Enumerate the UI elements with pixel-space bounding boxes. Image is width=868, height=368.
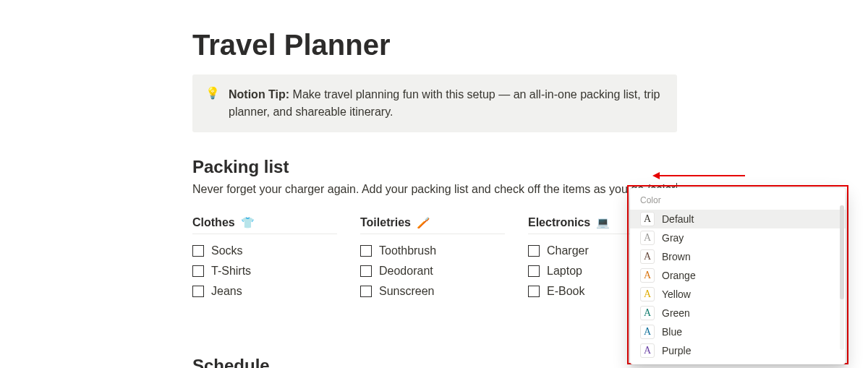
color-swatch-icon: A <box>640 287 655 301</box>
column-clothes: Clothes 👕 Socks T-Shirts Jeans <box>192 216 360 305</box>
color-option-label: Orange <box>662 268 696 283</box>
color-option-label: Default <box>662 212 694 226</box>
color-option-label: Blue <box>662 325 682 339</box>
checkbox[interactable] <box>360 245 372 257</box>
color-option-label: Gray <box>662 231 684 245</box>
packing-heading[interactable]: Packing list <box>192 157 868 177</box>
todo-item[interactable]: Jeans <box>192 285 360 298</box>
color-menu: Color A Default A Gray A Brown A Orange … <box>630 188 846 364</box>
checkbox[interactable] <box>528 245 540 257</box>
color-option-gray[interactable]: A Gray <box>630 228 846 247</box>
color-swatch-icon: A <box>640 231 655 245</box>
column-heading-toiletries[interactable]: Toiletries 🪥 <box>360 216 505 234</box>
todo-label: Laptop <box>547 265 582 278</box>
todo-item[interactable]: T-Shirts <box>192 265 360 278</box>
todo-label: Socks <box>211 244 243 257</box>
todo-item[interactable]: Sunscreen <box>360 285 528 298</box>
color-swatch-icon: A <box>640 306 655 320</box>
scrollbar-thumb[interactable] <box>840 205 844 299</box>
todo-label: Toothbrush <box>379 244 436 257</box>
annotation-arrow <box>658 175 745 176</box>
color-option-label: Purple <box>662 343 691 358</box>
checkbox[interactable] <box>192 265 204 277</box>
laptop-icon: 💻 <box>596 216 610 229</box>
color-option-label: Green <box>662 306 690 320</box>
column-title: Toiletries <box>360 216 411 229</box>
callout-body: Make travel planning fun with this setup… <box>229 88 660 118</box>
column-title: Clothes <box>192 216 235 229</box>
column-title: Electronics <box>528 216 590 229</box>
checkbox[interactable] <box>528 286 540 297</box>
checkbox[interactable] <box>360 265 372 277</box>
page-title[interactable]: Travel Planner <box>192 29 868 61</box>
callout[interactable]: 💡 Notion Tip: Make travel planning fun w… <box>192 74 677 132</box>
color-swatch-icon: A <box>640 268 655 283</box>
column-heading-clothes[interactable]: Clothes 👕 <box>192 216 337 234</box>
color-option-brown[interactable]: A Brown <box>630 247 846 266</box>
menu-scrollbar[interactable] <box>840 205 844 350</box>
lightbulb-icon: 💡 <box>205 87 220 99</box>
checkbox[interactable] <box>192 286 204 297</box>
color-option-label: Brown <box>662 249 691 264</box>
tshirt-icon: 👕 <box>241 216 255 229</box>
color-option-blue[interactable]: A Blue <box>630 322 846 341</box>
color-option-purple[interactable]: A Purple <box>630 341 846 360</box>
todo-label: E-Book <box>547 285 584 298</box>
callout-text[interactable]: Notion Tip: Make travel planning fun wit… <box>229 86 664 121</box>
todo-label: Deodorant <box>379 265 433 278</box>
color-option-label: Yellow <box>662 287 691 301</box>
color-swatch-icon: A <box>640 343 655 358</box>
color-option-default[interactable]: A Default <box>630 210 846 228</box>
checkbox[interactable] <box>192 245 204 257</box>
toothbrush-icon: 🪥 <box>417 216 430 229</box>
color-option-green[interactable]: A Green <box>630 304 846 322</box>
packing-paragraph-pre: Never forget your charger again. Add you… <box>192 183 631 195</box>
todo-label: Charger <box>547 244 589 257</box>
color-option-orange[interactable]: A Orange <box>630 266 846 285</box>
todo-label: Sunscreen <box>379 285 435 298</box>
color-swatch-icon: A <box>640 249 655 264</box>
checkbox[interactable] <box>360 286 372 297</box>
color-option-yellow[interactable]: A Yellow <box>630 285 846 304</box>
todo-label: T-Shirts <box>211 265 251 278</box>
todo-item[interactable]: Socks <box>192 244 360 257</box>
todo-label: Jeans <box>211 285 242 298</box>
callout-label: Notion Tip: <box>229 88 289 100</box>
todo-item[interactable]: Toothbrush <box>360 244 528 257</box>
color-menu-title: Color <box>630 192 846 210</box>
todo-item[interactable]: Deodorant <box>360 265 528 278</box>
column-toiletries: Toiletries 🪥 Toothbrush Deodorant Sunscr… <box>360 216 528 305</box>
checkbox[interactable] <box>528 265 540 277</box>
color-swatch-icon: A <box>640 212 655 226</box>
color-swatch-icon: A <box>640 325 655 339</box>
